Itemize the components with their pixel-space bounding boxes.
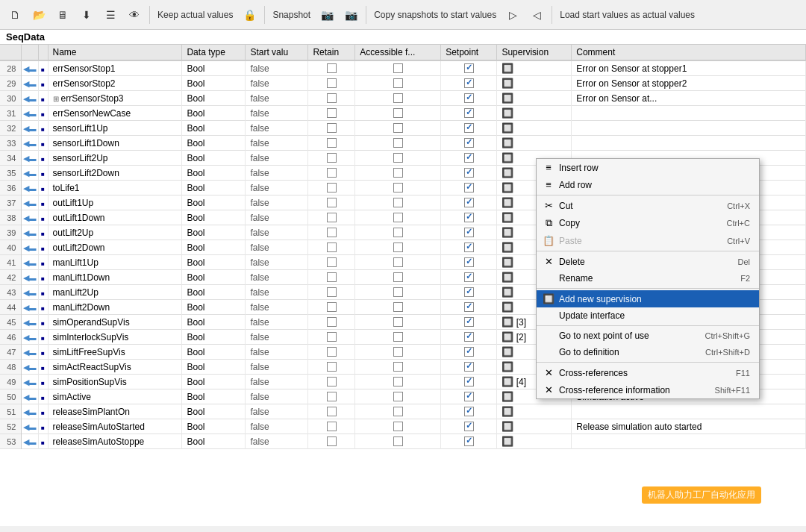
row-supervision[interactable]: 🔲 <box>497 76 572 91</box>
ctx-item-cross-ref[interactable]: ✕Cross-referencesF11 <box>537 364 759 381</box>
row-retain[interactable] <box>308 330 355 345</box>
table-row[interactable]: 31◀▬■errSensorNewCaseBoolfalse🔲 <box>0 106 806 121</box>
row-supervision[interactable]: 🔲 <box>497 434 572 449</box>
row-accessible[interactable] <box>355 315 441 330</box>
row-setpoint[interactable] <box>441 404 497 419</box>
toolbar-lock-btn[interactable]: 🔒 <box>239 4 260 25</box>
row-setpoint[interactable] <box>441 136 497 151</box>
ctx-item-cross-ref-info[interactable]: ✕Cross-reference informationShift+F11 <box>537 381 759 398</box>
copy-snapshots-label[interactable]: Copy snapshots to start values <box>371 10 499 20</box>
toolbar-snapshot-btn1[interactable]: 📷 <box>316 4 337 25</box>
row-retain[interactable] <box>308 345 355 360</box>
row-accessible[interactable] <box>355 285 441 300</box>
ctx-item-cut[interactable]: ✂CutCtrl+X <box>537 197 759 214</box>
row-supervision[interactable]: 🔲 <box>497 60 572 76</box>
row-retain[interactable] <box>308 315 355 330</box>
row-supervision[interactable]: 🔲 <box>497 419 572 434</box>
toolbar-btn-monitor[interactable]: 🖥 <box>52 4 73 25</box>
row-setpoint[interactable] <box>441 195 497 210</box>
row-setpoint[interactable] <box>441 240 497 255</box>
row-retain[interactable] <box>308 270 355 285</box>
row-setpoint[interactable] <box>441 60 497 76</box>
ctx-item-copy[interactable]: ⧉CopyCtrl+C <box>537 214 759 232</box>
ctx-item-go-next[interactable]: Go to next point of useCtrl+Shift+G <box>537 328 759 344</box>
row-accessible[interactable] <box>355 210 441 225</box>
toolbar-btn-eye[interactable]: 👁 <box>124 4 145 25</box>
row-retain[interactable] <box>308 195 355 210</box>
toolbar-copy-btn2[interactable]: ◁ <box>526 4 547 25</box>
row-retain[interactable] <box>308 419 355 434</box>
toolbar-btn-1[interactable]: 🗋 <box>4 4 25 25</box>
table-row[interactable]: 51◀▬■releaseSimPlantOnBoolfalse🔲 <box>0 404 806 419</box>
row-accessible[interactable] <box>355 76 441 91</box>
row-accessible[interactable] <box>355 240 441 255</box>
row-accessible[interactable] <box>355 270 441 285</box>
row-setpoint[interactable] <box>441 270 497 285</box>
row-setpoint[interactable] <box>441 300 497 315</box>
row-setpoint[interactable] <box>441 315 497 330</box>
row-accessible[interactable] <box>355 136 441 151</box>
row-setpoint[interactable] <box>441 285 497 300</box>
row-supervision[interactable]: 🔲 <box>497 404 572 419</box>
row-setpoint[interactable] <box>441 76 497 91</box>
row-retain[interactable] <box>308 151 355 166</box>
toolbar-btn-2[interactable]: 📂 <box>28 4 49 25</box>
row-setpoint[interactable] <box>441 389 497 404</box>
row-accessible[interactable] <box>355 91 441 106</box>
row-accessible[interactable] <box>355 419 441 434</box>
row-accessible[interactable] <box>355 300 441 315</box>
row-setpoint[interactable] <box>441 166 497 181</box>
row-retain[interactable] <box>308 434 355 449</box>
table-row[interactable]: 32◀▬■sensorLift1UpBoolfalse🔲 <box>0 121 806 136</box>
row-setpoint[interactable] <box>441 419 497 434</box>
table-row[interactable]: 33◀▬■sensorLift1DownBoolfalse🔲 <box>0 136 806 151</box>
row-accessible[interactable] <box>355 345 441 360</box>
row-accessible[interactable] <box>355 181 441 195</box>
row-retain[interactable] <box>308 240 355 255</box>
keep-actual-label[interactable]: Keep actual values <box>154 10 236 20</box>
row-setpoint[interactable] <box>441 121 497 136</box>
row-accessible[interactable] <box>355 121 441 136</box>
ctx-item-insert-row[interactable]: ≡Insert row <box>537 159 759 176</box>
row-setpoint[interactable] <box>441 91 497 106</box>
row-accessible[interactable] <box>355 434 441 449</box>
row-retain[interactable] <box>308 60 355 76</box>
load-start-label[interactable]: Load start values as actual values <box>557 10 698 20</box>
row-setpoint[interactable] <box>441 181 497 195</box>
row-retain[interactable] <box>308 389 355 404</box>
row-accessible[interactable] <box>355 404 441 419</box>
row-retain[interactable] <box>308 181 355 195</box>
row-setpoint[interactable] <box>441 225 497 240</box>
toolbar-btn-download[interactable]: ⬇ <box>76 4 97 25</box>
row-accessible[interactable] <box>355 166 441 181</box>
row-setpoint[interactable] <box>441 375 497 389</box>
row-retain[interactable] <box>308 210 355 225</box>
row-accessible[interactable] <box>355 360 441 375</box>
row-supervision[interactable]: 🔲 <box>497 106 572 121</box>
row-accessible[interactable] <box>355 60 441 76</box>
table-row[interactable]: 28◀▬■errSensorStop1Boolfalse🔲Error on Se… <box>0 60 806 76</box>
row-retain[interactable] <box>308 375 355 389</box>
row-accessible[interactable] <box>355 330 441 345</box>
table-row[interactable]: 30◀▬■⊞errSensorStop3Boolfalse🔲Error on S… <box>0 91 806 106</box>
ctx-item-add-supervision[interactable]: 🔲Add new supervision <box>537 290 759 307</box>
row-retain[interactable] <box>308 136 355 151</box>
toolbar-btn-list[interactable]: ☰ <box>100 4 121 25</box>
row-setpoint[interactable] <box>441 434 497 449</box>
row-retain[interactable] <box>308 106 355 121</box>
row-setpoint[interactable] <box>441 210 497 225</box>
row-setpoint[interactable] <box>441 151 497 166</box>
ctx-item-rename[interactable]: RenameF2 <box>537 270 759 287</box>
row-retain[interactable] <box>308 285 355 300</box>
table-row[interactable]: 29◀▬■errSensorStop2Boolfalse🔲Error on Se… <box>0 76 806 91</box>
row-accessible[interactable] <box>355 255 441 270</box>
ctx-item-delete[interactable]: ✕DeleteDel <box>537 253 759 270</box>
row-accessible[interactable] <box>355 151 441 166</box>
ctx-item-update-interface[interactable]: Update interface <box>537 307 759 324</box>
row-retain[interactable] <box>308 300 355 315</box>
ctx-item-add-row[interactable]: ≡Add row <box>537 176 759 193</box>
row-setpoint[interactable] <box>441 255 497 270</box>
row-supervision[interactable]: 🔲 <box>497 136 572 151</box>
ctx-item-paste[interactable]: 📋PasteCtrl+V <box>537 232 759 249</box>
row-accessible[interactable] <box>355 225 441 240</box>
